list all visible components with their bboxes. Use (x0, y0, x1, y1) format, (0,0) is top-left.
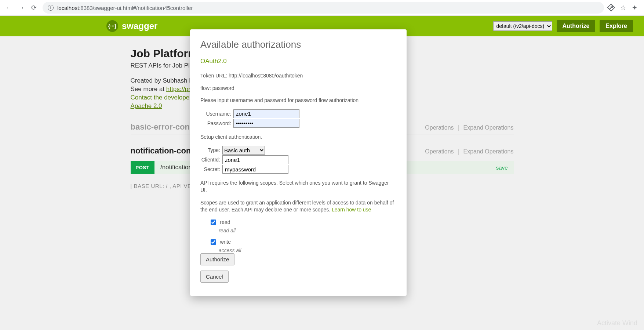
scope-desc: read all (219, 228, 396, 233)
scope-name: write (220, 239, 231, 245)
modal-title: Available authorizations (200, 39, 396, 50)
scope-write-checkbox[interactable] (211, 239, 216, 245)
license-link[interactable]: Apache 2.0 (131, 102, 162, 109)
authorize-button[interactable]: Authorize (557, 20, 596, 32)
username-input[interactable] (233, 109, 299, 118)
http-method-badge: POST (131, 161, 154, 174)
swagger-logo-icon: {···} (106, 20, 118, 32)
authorize-modal: Available authorizations OAuth2.0 Token … (190, 29, 407, 296)
setup-client-auth: Setup client authentication. (200, 134, 396, 141)
see-more-label: See more at (131, 86, 166, 93)
star-icon[interactable]: ☆ (620, 4, 626, 12)
list-operations-link[interactable]: Operations (425, 124, 454, 131)
prompt-line: Please input username and password for p… (200, 97, 396, 104)
address-bar[interactable]: i localhost:8383/swagger-ui.html#/notifi… (43, 2, 604, 14)
browser-actions: ⚿ ☆ ✦ (608, 4, 640, 12)
scope-read-checkbox[interactable] (211, 220, 216, 225)
type-label: Type: (200, 147, 220, 153)
modal-footer: Authorize Cancel (190, 253, 407, 296)
scopes-intro: API requires the following scopes. Selec… (200, 179, 396, 194)
key-icon[interactable]: ⚿ (606, 3, 616, 13)
clientid-input[interactable] (222, 155, 288, 164)
url-path: :8383/swagger-ui.html#/notification45con… (79, 5, 193, 11)
url-host: localhost (57, 5, 79, 11)
list-operations-link[interactable]: Operations (425, 148, 454, 155)
modal-authorize-button[interactable]: Authorize (200, 253, 234, 265)
secret-input[interactable] (222, 165, 288, 174)
expand-operations-link[interactable]: Expand Operations (463, 148, 514, 155)
clientid-label: ClientId: (200, 157, 220, 163)
api-docs-select[interactable]: default (/v2/api-docs) (493, 21, 552, 31)
operation-path: /notification (160, 164, 192, 171)
scope-read: read read all (200, 219, 396, 233)
scope-desc: access all (219, 247, 396, 253)
scope-name: read (220, 219, 230, 225)
secret-label: Secret: (200, 166, 220, 172)
auth-type-select[interactable]: Basic auth (222, 146, 265, 155)
windows-watermark: Activate Wind (597, 319, 637, 327)
password-input[interactable] (233, 119, 299, 128)
swagger-logo[interactable]: {···} swagger (106, 20, 157, 32)
modal-cancel-button[interactable]: Cancel (200, 271, 229, 283)
explore-button[interactable]: Explore (600, 20, 633, 32)
back-button[interactable]: ← (4, 3, 14, 13)
browser-toolbar: ← → ⟳ i localhost:8383/swagger-ui.html#/… (0, 0, 644, 16)
reload-button[interactable]: ⟳ (29, 3, 39, 13)
site-info-icon[interactable]: i (48, 5, 54, 11)
extensions-icon[interactable]: ✦ (632, 4, 637, 12)
expand-operations-link[interactable]: Expand Operations (463, 124, 514, 131)
contact-link[interactable]: Contact the developer (131, 94, 192, 101)
swagger-logo-text: swagger (122, 21, 157, 31)
operation-summary: save (496, 164, 508, 171)
token-url-line: Token URL: http://localhost:8080/oauth/t… (200, 72, 396, 80)
password-label: Password: (200, 120, 231, 126)
username-label: Username: (200, 111, 231, 117)
forward-button[interactable]: → (16, 3, 26, 13)
scope-write: write access all (200, 239, 396, 253)
learn-how-link[interactable]: Learn how to use (332, 207, 371, 213)
modal-scroll-area[interactable]: Available authorizations OAuth2.0 Token … (190, 29, 407, 253)
auth-scheme-name: OAuth2.0 (200, 58, 396, 65)
flow-line: flow: password (200, 85, 396, 92)
